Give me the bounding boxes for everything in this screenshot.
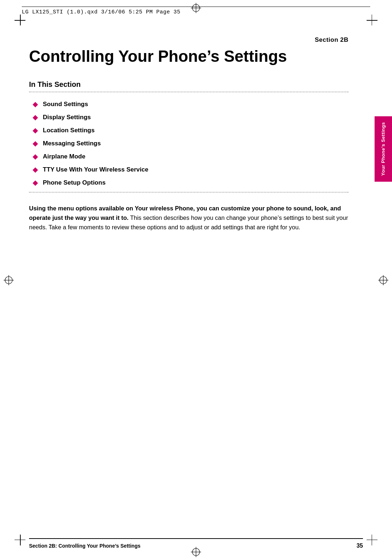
- list-item: ◆ Sound Settings: [33, 100, 348, 108]
- list-item: ◆ Display Settings: [33, 113, 348, 121]
- in-this-section-heading: In This Section: [29, 80, 348, 89]
- trim-mark: [20, 535, 21, 545]
- trim-mark: [367, 540, 377, 540]
- bullet-diamond-icon: ◆: [33, 179, 38, 187]
- bullet-diamond-icon: ◆: [33, 140, 38, 148]
- top-divider: [29, 92, 348, 92]
- list-item-label: Phone Setup Options: [43, 179, 106, 186]
- header-doc-info: LG LX125_STI (1.0).qxd 3/16/06 5:25 PM P…: [22, 9, 180, 15]
- list-item: ◆ Phone Setup Options: [33, 179, 348, 187]
- bullet-diamond-icon: ◆: [33, 100, 38, 108]
- list-item: ◆ Location Settings: [33, 126, 348, 134]
- bottom-divider: [29, 192, 348, 193]
- toc-list: ◆ Sound Settings ◆ Display Settings ◆ Lo…: [33, 100, 348, 187]
- bullet-diamond-icon: ◆: [33, 153, 38, 161]
- list-item: ◆ Messaging Settings: [33, 140, 348, 148]
- list-item-label: Messaging Settings: [43, 140, 101, 147]
- footer: Section 2B: Controlling Your Phone’s Set…: [29, 538, 363, 549]
- sidebar-tab: Your Phone’s Settings: [375, 116, 392, 182]
- list-item-label: Sound Settings: [43, 101, 88, 108]
- bullet-diamond-icon: ◆: [33, 166, 38, 174]
- list-item-label: Airplane Mode: [43, 153, 85, 160]
- body-paragraph: Using the menu options available on Your…: [29, 204, 348, 232]
- page-container: LG LX125_STI (1.0).qxd 3/16/06 5:25 PM P…: [0, 0, 392, 560]
- section-label-prefix: Section: [315, 36, 340, 43]
- reg-mark-left: [4, 275, 14, 285]
- trim-mark: [20, 15, 21, 25]
- page-title: Controlling Your Phone’s Settings: [29, 47, 348, 66]
- list-item-label: Location Settings: [43, 127, 95, 134]
- list-item: ◆ TTY Use With Your Wireless Service: [33, 166, 348, 174]
- list-item: ◆ Airplane Mode: [33, 153, 348, 161]
- trim-mark: [372, 535, 372, 545]
- bullet-diamond-icon: ◆: [33, 126, 38, 134]
- header-bar: LG LX125_STI (1.0).qxd 3/16/06 5:25 PM P…: [22, 7, 370, 15]
- list-item-label: TTY Use With Your Wireless Service: [43, 166, 148, 173]
- footer-page-number: 35: [356, 543, 363, 549]
- footer-section-label: Section 2B: Controlling Your Phone’s Set…: [29, 543, 140, 549]
- sidebar-tab-text: Your Phone’s Settings: [380, 122, 386, 176]
- list-item-label: Display Settings: [43, 114, 91, 121]
- section-label-number: 2B: [340, 36, 348, 43]
- reg-mark-right: [378, 275, 388, 285]
- section-label: Section 2B: [29, 36, 348, 44]
- bullet-diamond-icon: ◆: [33, 113, 38, 121]
- main-content: Section 2B Controlling Your Phone’s Sett…: [29, 29, 348, 531]
- trim-mark: [372, 15, 372, 25]
- trim-mark: [367, 20, 377, 21]
